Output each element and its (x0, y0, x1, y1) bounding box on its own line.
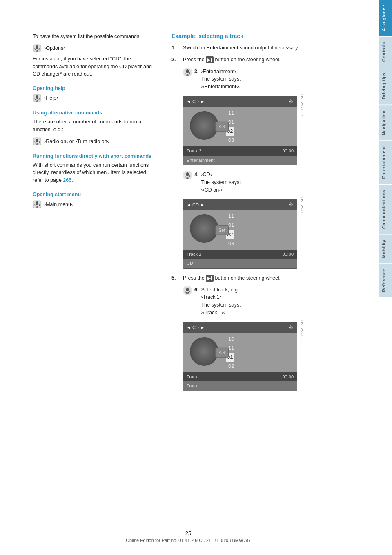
tab-controls[interactable]: Controls (379, 37, 392, 67)
step-3-response: ››Entertainment‹‹ (201, 83, 241, 91)
right-column: Example: selecting a track 1. Switch on … (172, 33, 356, 397)
step-4-cmd: ›CD‹ (201, 171, 241, 179)
radio-text: ›Radio on‹ or ›Turn radio on‹ (44, 139, 109, 144)
screen-1-time: 00:00 (282, 148, 294, 154)
example-heading: Example: selecting a track (172, 33, 356, 39)
step-6-response: ››Track 1‹‹ (201, 309, 241, 317)
step-4-says: The system says: (201, 179, 241, 186)
screen-3-set-btn: Set (215, 347, 229, 358)
options-desc: For instance, if you have selected "CD",… (33, 55, 155, 78)
mic-icon-5 (183, 68, 192, 77)
screen-2-footer: Track 2 00:00 (183, 250, 297, 259)
mic-icon-3 (33, 137, 42, 146)
screen-2-time: 00:00 (282, 251, 294, 258)
s3-num-10: 10 (226, 335, 234, 344)
step-6: 6. Select track, e.g.: ›Track 1‹ The sys… (172, 286, 356, 393)
s2-num-11: 11 (226, 212, 234, 221)
tab-reference[interactable]: Reference (379, 264, 392, 297)
screen-2-set-btn: Set (215, 225, 229, 235)
mic-icon-1 (33, 44, 42, 53)
tab-at-a-glance[interactable]: At a glance (379, 0, 392, 36)
options-text: ›Options‹ (44, 45, 65, 51)
step-3-says: The system says: (201, 75, 241, 83)
screen-3-header: ◄ CD ► ⚙ (183, 322, 297, 333)
step-3-content: 3. ›Entertainment‹ The system says: ››En… (183, 68, 356, 167)
screen-1-side-label: US_VS21534 (298, 94, 304, 117)
s3-num-02: 02 (226, 362, 234, 371)
mic-icon-4 (33, 200, 42, 209)
screen-2-track: Track 2 (187, 251, 201, 258)
step-5: 5. Press the ▶| button on the steering w… (172, 274, 356, 282)
svg-rect-17 (186, 69, 189, 73)
step-6-num (172, 286, 180, 393)
mic-icon-2 (33, 94, 42, 103)
opening-start-heading: Opening start menu (33, 192, 155, 197)
screen-1-track: Track 2 (187, 148, 201, 154)
tab-mobility[interactable]: Mobility (379, 235, 392, 263)
tab-driving-tips[interactable]: Driving tips (379, 67, 392, 105)
step-4-details: ›CD‹ The system says: ››CD on‹‹ (201, 171, 241, 194)
step-3-cmd: ›Entertainment‹ (201, 68, 241, 76)
tab-entertainment[interactable]: Entertainment (379, 141, 392, 184)
step-6-cmd: ›Track 1‹ (201, 293, 241, 301)
step-3-label: 3. (194, 68, 198, 76)
running-heading: Running functions directly with short co… (33, 153, 155, 159)
screen3-wrapper: ◄ CD ► ⚙ 10 11 01 02 (183, 318, 356, 393)
step-3-num (172, 68, 180, 167)
step-6-label: 6. (194, 286, 198, 294)
step-2-text: Press the ▶| button on the steering whee… (183, 56, 356, 64)
screen2-wrapper: ◄ CD ► ⚙ 11 01 02 03 (183, 195, 356, 270)
step-1-text: Switch on Entertainment sound output if … (183, 44, 356, 52)
step-4: 4. ›CD‹ The system says: ››CD on‹‹ (172, 171, 356, 270)
mic-icon-6 (183, 171, 192, 180)
screen-num-03: 03 (226, 136, 234, 145)
screen-3-settings: ⚙ (288, 323, 294, 332)
screen-1-footer: Track 2 00:00 (183, 146, 297, 156)
screen-1-settings: ⚙ (288, 97, 294, 106)
screen-2-header: ◄ CD ► ⚙ (183, 199, 297, 210)
using-alt-heading: Using alternative commands (33, 110, 155, 116)
page-number: 25 (0, 530, 376, 536)
screen-2-label: CD (183, 259, 297, 268)
tab-navigation[interactable]: Navigation (379, 105, 392, 140)
main-menu-text: ›Main menu‹ (44, 201, 73, 207)
svg-rect-13 (36, 201, 38, 205)
screen-2-nav: ◄ CD ► (187, 201, 205, 208)
help-command: ›Help‹ (33, 94, 155, 103)
main-menu-command: ›Main menu‹ (33, 200, 155, 209)
step-4-num (172, 171, 180, 270)
help-text: ›Help‹ (44, 95, 58, 101)
step-3: 3. ›Entertainment‹ The system says: ››En… (172, 68, 356, 167)
step-5-num: 5. (172, 274, 180, 282)
opening-help-heading: Opening help (33, 85, 155, 91)
step-2-num: 2. (172, 56, 180, 64)
step-5-text: Press the ▶| button on the steering whee… (183, 274, 356, 282)
screen-2-side-label: US_VS21535 (298, 197, 304, 220)
step-2: 2. Press the ▶| button on the steering w… (172, 56, 356, 64)
svg-rect-5 (36, 95, 38, 99)
screen-1-header: ◄ CD ► ⚙ (183, 96, 297, 107)
footer-text: Online Edition for Part no. 01 41 2 600 … (126, 538, 250, 543)
intro-text: To have the system list the possible com… (33, 33, 155, 40)
screen-3-footer: Track 1 00:00 (183, 372, 297, 382)
left-column: To have the system list the possible com… (33, 33, 155, 397)
running-page-link[interactable]: 265 (63, 177, 71, 183)
screen-num-11: 11 (226, 109, 234, 118)
running-desc: With short commands you can run certain … (33, 161, 155, 184)
screen-3-label: Track 1 (183, 381, 297, 391)
screen-3-side-label: US_VS21536 (298, 320, 304, 343)
screen-3: ◄ CD ► ⚙ 10 11 01 02 (183, 322, 297, 391)
tab-communications[interactable]: Communications (379, 185, 392, 234)
screen-3-body: 10 11 01 02 Set (183, 333, 297, 372)
step-6-details: Select track, e.g.: ›Track 1‹ The system… (201, 286, 241, 317)
svg-rect-25 (186, 288, 189, 291)
step-4-content: 4. ›CD‹ The system says: ››CD on‹‹ (183, 171, 356, 270)
screen-3-nav: ◄ CD ► (187, 324, 205, 331)
page-footer: 25 Online Edition for Part no. 01 41 2 6… (0, 530, 376, 543)
screen-1: ◄ CD ► ⚙ 11 01 02 03 (183, 96, 297, 165)
step-6-says: The system says: (201, 301, 241, 309)
step-1: 1. Switch on Entertainment sound output … (172, 44, 356, 52)
screen-1-label: Entertainment (183, 156, 297, 165)
screen-2: ◄ CD ► ⚙ 11 01 02 03 (183, 199, 297, 268)
radio-command: ›Radio on‹ or ›Turn radio on‹ (33, 137, 155, 146)
